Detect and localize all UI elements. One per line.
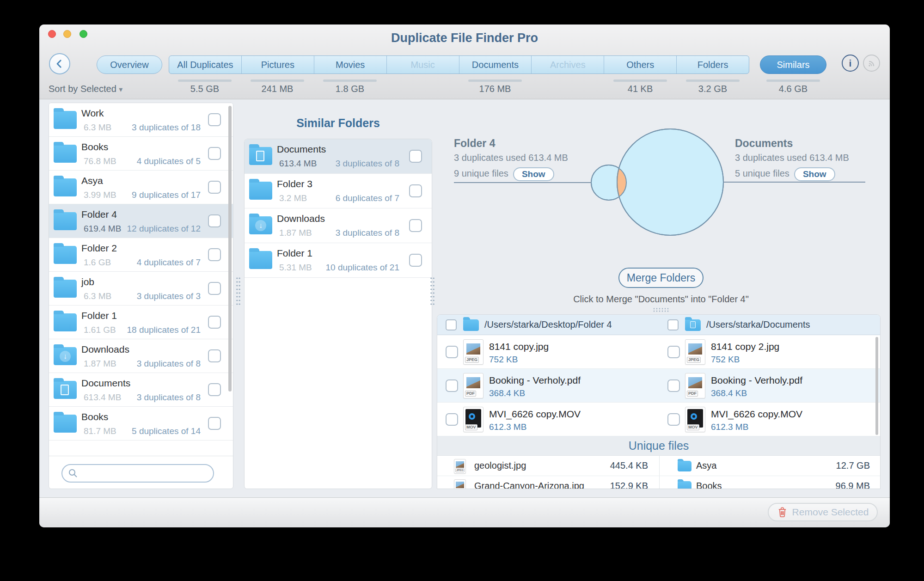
sidebar-row-folder4-selected[interactable]: Folder 4 619.4 MB 12 duplicates of 12 (49, 204, 233, 238)
folder-checkbox[interactable] (208, 181, 221, 194)
tab-others[interactable]: Others (604, 56, 677, 73)
downloads-folder-icon: ↓ (249, 216, 272, 234)
jpeg-file-icon: JPEG (454, 479, 466, 489)
documents-folder-icon (54, 381, 77, 399)
sidebar-row-books2[interactable]: Books 81.7 MB 5 duplicates of 14 (49, 407, 233, 440)
file-checkbox[interactable] (446, 379, 458, 392)
select-all-right-checkbox[interactable] (667, 319, 679, 330)
search-icon (68, 468, 78, 478)
file-checkbox[interactable] (667, 346, 680, 358)
merge-hint-text: Click to Merge "Documents" into "Folder … (499, 294, 823, 305)
folder-name: Folder 2 (81, 243, 117, 254)
sidebar-row-folder1[interactable]: Folder 1 1.61 GB 18 duplicates of 21 (49, 306, 233, 339)
tab-overview[interactable]: Overview (97, 55, 162, 74)
folder-duplicates: 3 duplicates of 18 (132, 122, 201, 133)
folder-checkbox[interactable] (208, 417, 221, 430)
sidebar-row-folder2[interactable]: Folder 2 1.6 GB 4 duplicates of 7 (49, 238, 233, 272)
duplicate-file-row[interactable]: JPEG 8141 copy.jpg 752 KB JPEG 8141 copy… (437, 335, 880, 369)
file-checkbox[interactable] (667, 379, 680, 392)
folder-icon (678, 461, 691, 471)
sidebar-divider (49, 456, 233, 456)
size-movies: 1.8 GB (336, 84, 364, 94)
bottom-bar: Remove Selected (39, 497, 890, 527)
folder-checkbox[interactable] (208, 214, 221, 227)
size-indicator-bar (613, 80, 667, 82)
folder-checkbox[interactable] (409, 150, 422, 163)
duplicate-file-row[interactable]: PDF Booking - Verholy.pdf 368.4 KB PDF B… (437, 369, 880, 403)
folder-checkbox[interactable] (208, 282, 221, 295)
search-input[interactable] (82, 469, 208, 478)
sidebar-row-work[interactable]: Work 6.3 MB 3 duplicates of 18 (49, 103, 233, 137)
mov-file-icon: MOV (463, 407, 483, 432)
folder-checkbox[interactable] (409, 254, 422, 267)
panel-resize-handle[interactable] (236, 276, 241, 307)
tab-all-duplicates[interactable]: All Duplicates (169, 56, 242, 73)
similar-row-downloads[interactable]: ↓ Downloads 1.87 MB 3 duplicates of 8 (245, 208, 432, 243)
table-scrollbar[interactable] (875, 337, 878, 435)
back-button[interactable] (49, 53, 70, 74)
file-name: Booking - Verholy.pdf (711, 375, 802, 386)
file-checkbox[interactable] (446, 346, 458, 358)
folder-size: 1.87 MB (279, 228, 312, 238)
unique-file-row[interactable]: JPEG Grand-Canyon-Arizona.jpg 152.9 KB B… (437, 476, 880, 489)
unique-left-cell: JPEG Grand-Canyon-Arizona.jpg 152.9 KB (437, 476, 659, 489)
documents-folder-icon (249, 147, 272, 165)
folder-name: Documents (277, 144, 326, 155)
tab-folders[interactable]: Folders (677, 56, 749, 73)
panel-resize-handle-horizontal[interactable] (653, 307, 670, 312)
document-page-icon (690, 321, 696, 328)
show-unique-right-button[interactable]: Show (794, 167, 835, 181)
duplicate-left-cell: JPEG 8141 copy.jpg 752 KB (437, 335, 659, 368)
sidebar-row-downloads[interactable]: ↓ Downloads 1.87 MB 3 duplicates of 8 (49, 339, 233, 373)
size-documents: 176 MB (479, 84, 511, 94)
folder-checkbox[interactable] (208, 349, 221, 362)
sidebar-row-documents[interactable]: Documents 613.4 MB 3 duplicates of 8 (49, 373, 233, 407)
folder-name: Folder 1 (277, 248, 312, 259)
duplicate-file-row[interactable]: MOV MVI_6626 copy.MOV 612.3 MB MOV MVI_6… (437, 403, 880, 436)
unique-files-header: Unique files (437, 436, 880, 456)
folder-checkbox[interactable] (208, 147, 221, 160)
file-checkbox[interactable] (446, 413, 458, 426)
tab-pictures[interactable]: Pictures (242, 56, 314, 73)
folder-checkbox[interactable] (409, 219, 422, 232)
file-checkbox[interactable] (667, 413, 680, 426)
folder-duplicates: 4 duplicates of 5 (137, 156, 201, 166)
share-button[interactable] (863, 55, 880, 72)
sidebar-row-asya[interactable]: Asya 3.99 MB 9 duplicates of 17 (49, 171, 233, 204)
folder-checkbox[interactable] (409, 184, 422, 197)
folder-size: 6.3 MB (84, 291, 111, 301)
folder-checkbox[interactable] (208, 383, 221, 396)
sidebar-row-books[interactable]: Books 76.8 MB 4 duplicates of 5 (49, 137, 233, 171)
unique-file-row[interactable]: JPEG geologist.jpg 445.4 KB Asya 12.7 GB (437, 456, 880, 476)
sidebar-row-job[interactable]: job 6.3 MB 3 duplicates of 3 (49, 272, 233, 306)
duplicate-left-cell: PDF Booking - Verholy.pdf 368.4 KB (437, 369, 659, 402)
folder-name: Work (81, 108, 104, 119)
folder-checkbox[interactable] (208, 316, 221, 329)
sidebar-scrollbar[interactable] (228, 106, 232, 391)
folder-checkbox[interactable] (208, 113, 221, 126)
show-unique-left-button[interactable]: Show (513, 167, 554, 181)
compare-left-folder-name: Folder 4 (454, 137, 495, 150)
panel-resize-handle[interactable] (430, 276, 435, 307)
select-all-left-checkbox[interactable] (446, 319, 457, 330)
info-button[interactable]: i (842, 55, 859, 72)
tab-documents[interactable]: Documents (459, 56, 532, 73)
jpeg-file-icon: JPEG (463, 339, 483, 365)
remove-selected-button[interactable]: Remove Selected (768, 503, 878, 521)
size-indicator-bar (686, 80, 740, 82)
similar-row-folder3[interactable]: Folder 3 3.2 MB 6 duplicates of 7 (245, 174, 432, 208)
similar-row-documents-selected[interactable]: Documents 613.4 MB 3 duplicates of 8 (245, 139, 432, 174)
folder-checkbox[interactable] (208, 248, 221, 261)
tab-movies[interactable]: Movies (314, 56, 387, 73)
folder-icon (54, 280, 77, 298)
tab-similars-selected[interactable]: Similars (760, 55, 826, 74)
file-name: geologist.jpg (474, 460, 526, 471)
folder-duplicates: 6 duplicates of 7 (336, 193, 399, 203)
folder-icon (249, 251, 272, 269)
duplicate-left-cell: MOV MVI_6626 copy.MOV 612.3 MB (437, 403, 659, 436)
folder-duplicates: 18 duplicates of 21 (127, 325, 201, 335)
similar-row-folder1[interactable]: Folder 1 5.31 MB 10 duplicates of 21 (245, 243, 432, 278)
sort-by-dropdown[interactable]: Sort by Selected ▾ (49, 84, 122, 94)
search-field[interactable] (61, 464, 214, 483)
merge-folders-button[interactable]: Merge Folders (618, 268, 704, 288)
